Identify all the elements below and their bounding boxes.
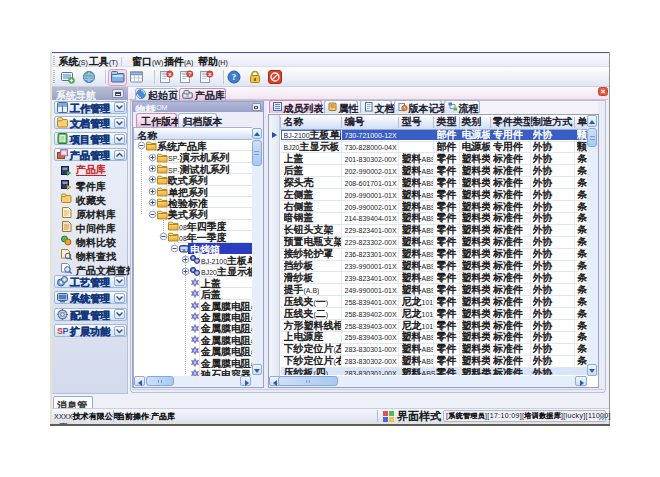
svg-text:?: ?	[188, 71, 192, 77]
svg-text:?: ?	[232, 72, 237, 82]
svg-text:P: P	[62, 326, 68, 336]
